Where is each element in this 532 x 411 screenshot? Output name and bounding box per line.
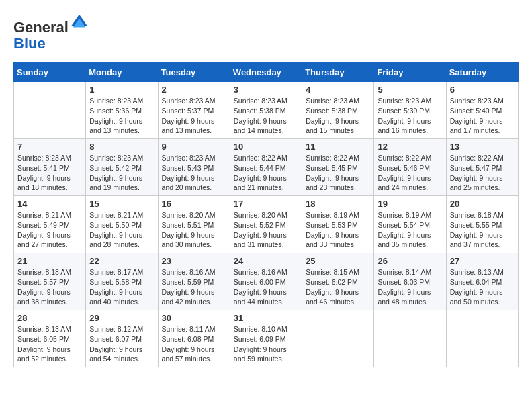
calendar-cell: 23Sunrise: 8:16 AM Sunset: 5:59 PM Dayli… [158, 253, 230, 310]
day-header-monday: Monday [86, 63, 158, 82]
calendar-cell: 24Sunrise: 8:16 AM Sunset: 6:00 PM Dayli… [230, 253, 302, 310]
day-info: Sunrise: 8:12 AM Sunset: 6:07 PM Dayligh… [89, 324, 154, 364]
calendar-cell: 27Sunrise: 8:13 AM Sunset: 6:04 PM Dayli… [446, 253, 518, 310]
calendar-cell [446, 310, 518, 367]
day-number: 18 [306, 199, 370, 209]
day-info: Sunrise: 8:22 AM Sunset: 5:44 PM Dayligh… [234, 153, 298, 193]
day-number: 8 [89, 142, 154, 152]
day-header-wednesday: Wednesday [230, 63, 302, 82]
calendar-cell: 22Sunrise: 8:17 AM Sunset: 5:58 PM Dayli… [86, 253, 158, 310]
calendar-cell: 15Sunrise: 8:21 AM Sunset: 5:50 PM Dayli… [86, 196, 158, 253]
day-number: 29 [89, 313, 154, 323]
calendar-cell: 8Sunrise: 8:23 AM Sunset: 5:42 PM Daylig… [86, 139, 158, 196]
day-info: Sunrise: 8:17 AM Sunset: 5:58 PM Dayligh… [89, 267, 154, 307]
day-number: 1 [89, 85, 154, 95]
day-number: 11 [306, 142, 370, 152]
calendar-cell: 30Sunrise: 8:11 AM Sunset: 6:08 PM Dayli… [158, 310, 230, 367]
day-number: 7 [17, 142, 82, 152]
day-info: Sunrise: 8:14 AM Sunset: 6:03 PM Dayligh… [378, 267, 442, 307]
calendar-cell [14, 82, 86, 139]
day-info: Sunrise: 8:23 AM Sunset: 5:37 PM Dayligh… [162, 96, 226, 136]
page-header: GeneralBlue [13, 13, 519, 52]
calendar-cell: 4Sunrise: 8:23 AM Sunset: 5:38 PM Daylig… [302, 82, 374, 139]
day-number: 31 [234, 313, 298, 323]
day-header-thursday: Thursday [302, 63, 374, 82]
day-number: 24 [234, 256, 298, 266]
calendar-cell: 18Sunrise: 8:19 AM Sunset: 5:53 PM Dayli… [302, 196, 374, 253]
calendar-cell: 11Sunrise: 8:22 AM Sunset: 5:45 PM Dayli… [302, 139, 374, 196]
day-info: Sunrise: 8:11 AM Sunset: 6:08 PM Dayligh… [162, 324, 226, 364]
calendar-cell: 26Sunrise: 8:14 AM Sunset: 6:03 PM Dayli… [374, 253, 446, 310]
calendar-cell: 28Sunrise: 8:13 AM Sunset: 6:05 PM Dayli… [14, 310, 86, 367]
calendar-cell: 3Sunrise: 8:23 AM Sunset: 5:38 PM Daylig… [230, 82, 302, 139]
calendar-cell: 12Sunrise: 8:22 AM Sunset: 5:46 PM Dayli… [374, 139, 446, 196]
calendar-cell: 10Sunrise: 8:22 AM Sunset: 5:44 PM Dayli… [230, 139, 302, 196]
day-number: 30 [162, 313, 226, 323]
day-header-friday: Friday [374, 63, 446, 82]
day-info: Sunrise: 8:23 AM Sunset: 5:38 PM Dayligh… [234, 96, 298, 136]
day-info: Sunrise: 8:22 AM Sunset: 5:46 PM Dayligh… [378, 153, 442, 193]
logo-general: General [13, 19, 69, 36]
day-number: 12 [378, 142, 442, 152]
day-info: Sunrise: 8:21 AM Sunset: 5:49 PM Dayligh… [17, 210, 82, 250]
calendar-cell: 19Sunrise: 8:19 AM Sunset: 5:54 PM Dayli… [374, 196, 446, 253]
day-info: Sunrise: 8:22 AM Sunset: 5:45 PM Dayligh… [306, 153, 370, 193]
logo-blue: Blue [13, 35, 46, 52]
day-info: Sunrise: 8:21 AM Sunset: 5:50 PM Dayligh… [89, 210, 154, 250]
calendar-cell [302, 310, 374, 367]
calendar-cell: 31Sunrise: 8:10 AM Sunset: 6:09 PM Dayli… [230, 310, 302, 367]
day-number: 21 [17, 256, 82, 266]
logo-icon [70, 13, 89, 32]
day-number: 27 [450, 256, 515, 266]
day-info: Sunrise: 8:10 AM Sunset: 6:09 PM Dayligh… [234, 324, 298, 364]
day-info: Sunrise: 8:19 AM Sunset: 5:53 PM Dayligh… [306, 210, 370, 250]
day-number: 28 [17, 313, 82, 323]
day-number: 9 [162, 142, 226, 152]
day-number: 4 [306, 85, 370, 95]
calendar-cell: 17Sunrise: 8:20 AM Sunset: 5:52 PM Dayli… [230, 196, 302, 253]
calendar-week-row: 1Sunrise: 8:23 AM Sunset: 5:36 PM Daylig… [14, 82, 519, 139]
calendar-cell: 13Sunrise: 8:22 AM Sunset: 5:47 PM Dayli… [446, 139, 518, 196]
day-info: Sunrise: 8:18 AM Sunset: 5:57 PM Dayligh… [17, 267, 82, 307]
day-header-sunday: Sunday [14, 63, 86, 82]
calendar-cell: 9Sunrise: 8:23 AM Sunset: 5:43 PM Daylig… [158, 139, 230, 196]
day-info: Sunrise: 8:23 AM Sunset: 5:40 PM Dayligh… [450, 96, 515, 136]
day-info: Sunrise: 8:22 AM Sunset: 5:47 PM Dayligh… [450, 153, 515, 193]
day-info: Sunrise: 8:23 AM Sunset: 5:43 PM Dayligh… [162, 153, 226, 193]
day-number: 26 [378, 256, 442, 266]
day-number: 19 [378, 199, 442, 209]
calendar-week-row: 28Sunrise: 8:13 AM Sunset: 6:05 PM Dayli… [14, 310, 519, 367]
calendar-table: SundayMondayTuesdayWednesdayThursdayFrid… [13, 62, 519, 367]
calendar-week-row: 14Sunrise: 8:21 AM Sunset: 5:49 PM Dayli… [14, 196, 519, 253]
day-info: Sunrise: 8:23 AM Sunset: 5:42 PM Dayligh… [89, 153, 154, 193]
day-info: Sunrise: 8:20 AM Sunset: 5:51 PM Dayligh… [162, 210, 226, 250]
day-info: Sunrise: 8:23 AM Sunset: 5:41 PM Dayligh… [17, 153, 82, 193]
calendar-header-row: SundayMondayTuesdayWednesdayThursdayFrid… [14, 63, 519, 82]
day-info: Sunrise: 8:15 AM Sunset: 6:02 PM Dayligh… [306, 267, 370, 307]
calendar-cell [374, 310, 446, 367]
calendar-cell: 2Sunrise: 8:23 AM Sunset: 5:37 PM Daylig… [158, 82, 230, 139]
calendar-week-row: 21Sunrise: 8:18 AM Sunset: 5:57 PM Dayli… [14, 253, 519, 310]
day-info: Sunrise: 8:19 AM Sunset: 5:54 PM Dayligh… [378, 210, 442, 250]
calendar-cell: 14Sunrise: 8:21 AM Sunset: 5:49 PM Dayli… [14, 196, 86, 253]
calendar-cell: 6Sunrise: 8:23 AM Sunset: 5:40 PM Daylig… [446, 82, 518, 139]
calendar-cell: 1Sunrise: 8:23 AM Sunset: 5:36 PM Daylig… [86, 82, 158, 139]
calendar-week-row: 7Sunrise: 8:23 AM Sunset: 5:41 PM Daylig… [14, 139, 519, 196]
day-info: Sunrise: 8:16 AM Sunset: 5:59 PM Dayligh… [162, 267, 226, 307]
day-number: 22 [89, 256, 154, 266]
day-header-tuesday: Tuesday [158, 63, 230, 82]
day-info: Sunrise: 8:18 AM Sunset: 5:55 PM Dayligh… [450, 210, 515, 250]
calendar-cell: 7Sunrise: 8:23 AM Sunset: 5:41 PM Daylig… [14, 139, 86, 196]
day-info: Sunrise: 8:23 AM Sunset: 5:36 PM Dayligh… [89, 96, 154, 136]
day-info: Sunrise: 8:23 AM Sunset: 5:38 PM Dayligh… [306, 96, 370, 136]
calendar-cell: 5Sunrise: 8:23 AM Sunset: 5:39 PM Daylig… [374, 82, 446, 139]
day-info: Sunrise: 8:20 AM Sunset: 5:52 PM Dayligh… [234, 210, 298, 250]
day-number: 3 [234, 85, 298, 95]
day-number: 10 [234, 142, 298, 152]
day-number: 5 [378, 85, 442, 95]
day-number: 14 [17, 199, 82, 209]
calendar-cell: 25Sunrise: 8:15 AM Sunset: 6:02 PM Dayli… [302, 253, 374, 310]
logo-text: GeneralBlue [13, 13, 91, 52]
calendar-cell: 21Sunrise: 8:18 AM Sunset: 5:57 PM Dayli… [14, 253, 86, 310]
calendar-cell: 29Sunrise: 8:12 AM Sunset: 6:07 PM Dayli… [86, 310, 158, 367]
